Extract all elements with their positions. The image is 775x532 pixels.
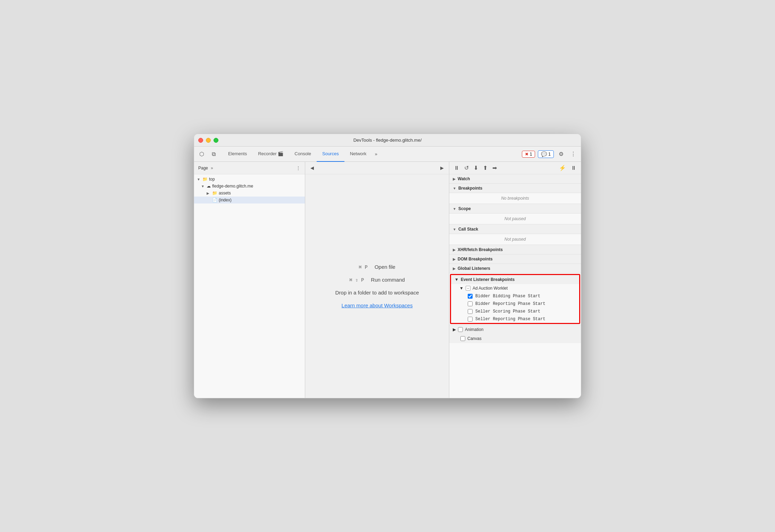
drop-text: Drop in a folder to add to workspace bbox=[335, 290, 419, 296]
run-snippet-icon[interactable]: ▶ bbox=[438, 164, 446, 172]
animation-label: Animation bbox=[465, 327, 483, 332]
error-badge[interactable]: ✖ 1 bbox=[522, 151, 535, 158]
global-listeners-arrow-icon: ▶ bbox=[453, 267, 456, 271]
bidder-bidding-checkbox[interactable] bbox=[468, 294, 473, 299]
ad-auction-arrow-icon: ▼ bbox=[459, 286, 464, 291]
seller-reporting-item: Seller Reporting Phase Start bbox=[451, 315, 579, 323]
animation-section[interactable]: ▶ Animation bbox=[449, 325, 581, 334]
breakpoints-header[interactable]: ▼ Breakpoints bbox=[449, 184, 581, 193]
error-count: 1 bbox=[530, 152, 532, 157]
ad-auction-label: Ad Auction Worklet bbox=[473, 286, 508, 291]
ad-auction-subheader[interactable]: ▼ − Ad Auction Worklet bbox=[451, 284, 579, 292]
error-icon: ✖ bbox=[525, 152, 528, 157]
main-content: Page » ⋮ ▼ 📁 top ▼ ☁ fledge-demo.glitch.… bbox=[194, 162, 581, 398]
tab-sources[interactable]: Sources bbox=[317, 147, 344, 162]
titlebar: DevTools - fledge-demo.glitch.me/ bbox=[194, 134, 581, 147]
panel-menu-button[interactable]: ⋮ bbox=[294, 165, 302, 172]
seller-scoring-item: Seller Scoring Phase Start bbox=[451, 308, 579, 315]
xhr-fetch-header[interactable]: ▶ XHR/fetch Breakpoints bbox=[449, 245, 581, 255]
arrow-icon: ▶ bbox=[207, 191, 211, 195]
seller-scoring-label: Seller Scoring Phase Start bbox=[475, 309, 540, 314]
shortcut-open-file: ⌘ P Open file bbox=[359, 264, 395, 270]
xhr-fetch-arrow-icon: ▶ bbox=[453, 248, 456, 252]
scope-label: Scope bbox=[458, 206, 471, 211]
scope-header[interactable]: ▼ Scope bbox=[449, 204, 581, 214]
workspace-link[interactable]: Learn more about Workspaces bbox=[342, 302, 413, 308]
minimize-button[interactable] bbox=[206, 138, 211, 143]
page-tab[interactable]: Page bbox=[197, 165, 209, 171]
folder-icon: 📁 bbox=[202, 177, 208, 182]
device-toolbar-icon[interactable]: ⧉ bbox=[209, 149, 218, 159]
event-listener-arrow-icon: ▼ bbox=[455, 277, 459, 282]
bidder-reporting-checkbox[interactable] bbox=[468, 301, 473, 306]
shortcut-run-command: ⌘ ⇧ P Run command bbox=[349, 277, 405, 283]
folder-icon: 📁 bbox=[212, 191, 217, 196]
scope-body: Not paused bbox=[449, 214, 581, 224]
middle-panel: ◀ ▶ ⌘ P Open file ⌘ ⇧ P Run command Drop… bbox=[305, 162, 449, 398]
breakpoints-arrow-icon: ▼ bbox=[453, 186, 456, 190]
call-stack-label: Call Stack bbox=[458, 227, 478, 232]
seller-scoring-checkbox[interactable] bbox=[468, 309, 473, 314]
breakpoints-body: No breakpoints bbox=[449, 193, 581, 204]
tree-label: top bbox=[209, 177, 215, 182]
watch-section-header[interactable]: ▶ Watch bbox=[449, 174, 581, 184]
pause-button[interactable]: ⏸ bbox=[452, 164, 461, 172]
call-stack-arrow-icon: ▼ bbox=[453, 227, 456, 231]
tab-recorder[interactable]: Recorder 🎬 bbox=[252, 147, 289, 162]
call-stack-header[interactable]: ▼ Call Stack bbox=[449, 225, 581, 234]
seller-reporting-checkbox[interactable] bbox=[468, 317, 473, 322]
left-panel: Page » ⋮ ▼ 📁 top ▼ ☁ fledge-demo.glitch.… bbox=[194, 162, 305, 398]
right-panel: ⏸ ↺ ⬇ ⬆ ➡ ⚡ ⏸ ▶ Watch ▼ Bre bbox=[449, 162, 581, 398]
shortcut-key-open: ⌘ P bbox=[359, 264, 367, 270]
tree-label: (index) bbox=[219, 198, 232, 202]
animation-checkbox[interactable] bbox=[458, 327, 463, 332]
fullscreen-button[interactable] bbox=[214, 138, 218, 143]
tree-item-top[interactable]: ▼ 📁 top bbox=[194, 176, 305, 183]
step-over-button[interactable]: ↺ bbox=[462, 164, 470, 172]
tree-item-domain[interactable]: ▼ ☁ fledge-demo.glitch.me bbox=[194, 183, 305, 190]
tree-label: assets bbox=[219, 191, 231, 196]
customize-button[interactable]: ⋮ bbox=[568, 149, 578, 159]
devtools-window: DevTools - fledge-demo.glitch.me/ ⬡ ⧉ El… bbox=[194, 134, 581, 398]
tab-network[interactable]: Network bbox=[344, 147, 372, 162]
toggle-sidebar-icon[interactable]: ◀ bbox=[308, 164, 316, 172]
event-listener-header[interactable]: ▼ Event Listener Breakpoints bbox=[451, 275, 579, 284]
scope-section: ▼ Scope Not paused bbox=[449, 204, 581, 225]
tab-console[interactable]: Console bbox=[289, 147, 317, 162]
shortcut-key-run: ⌘ ⇧ P bbox=[349, 277, 364, 283]
bidder-reporting-item: Bidder Reporting Phase Start bbox=[451, 300, 579, 308]
watch-label: Watch bbox=[458, 176, 470, 181]
shortcut-label-open: Open file bbox=[375, 264, 395, 270]
event-listener-section: ▼ Event Listener Breakpoints ▼ − Ad Auct… bbox=[450, 274, 580, 324]
dom-breakpoints-label: DOM Breakpoints bbox=[458, 257, 493, 261]
step-out-button[interactable]: ⬆ bbox=[481, 164, 489, 172]
arrow-icon: ▼ bbox=[197, 177, 201, 181]
settings-button[interactable]: ⚙ bbox=[557, 149, 566, 159]
panel-tab-more[interactable]: » bbox=[211, 166, 213, 171]
breakpoints-label: Breakpoints bbox=[458, 186, 482, 191]
call-stack-body: Not paused bbox=[449, 234, 581, 245]
more-tabs-button[interactable]: » bbox=[372, 151, 380, 157]
debug-toolbar: ⏸ ↺ ⬇ ⬆ ➡ ⚡ ⏸ bbox=[449, 162, 581, 174]
tree-item-assets[interactable]: ▶ 📁 assets bbox=[194, 190, 305, 197]
traffic-lights bbox=[198, 138, 218, 143]
global-listeners-label: Global Listeners bbox=[458, 266, 490, 271]
tab-elements[interactable]: Elements bbox=[223, 147, 252, 162]
bidder-bidding-label: Bidder Bidding Phase Start bbox=[475, 294, 540, 299]
canvas-checkbox[interactable] bbox=[460, 336, 465, 341]
deactivate-breakpoints-button[interactable]: ⚡ bbox=[557, 164, 568, 172]
tree-item-index[interactable]: 📄 (index) bbox=[194, 197, 305, 203]
file-tree: ▼ 📁 top ▼ ☁ fledge-demo.glitch.me ▶ 📁 as… bbox=[194, 174, 305, 398]
seller-reporting-label: Seller Reporting Phase Start bbox=[475, 317, 545, 322]
stop-button[interactable]: ⏸ bbox=[569, 164, 578, 172]
right-content: ▶ Watch ▼ Breakpoints No breakpoints ▼ S… bbox=[449, 174, 581, 398]
canvas-section[interactable]: Canvas bbox=[449, 334, 581, 343]
cursor-icon[interactable]: ⬡ bbox=[197, 149, 207, 159]
close-button[interactable] bbox=[198, 138, 203, 143]
info-badge[interactable]: 💬 1 bbox=[538, 150, 554, 158]
dom-breakpoints-header[interactable]: ▶ DOM Breakpoints bbox=[449, 255, 581, 264]
step-into-button[interactable]: ⬇ bbox=[472, 164, 480, 172]
global-listeners-header[interactable]: ▶ Global Listeners bbox=[449, 264, 581, 273]
ad-auction-minus-icon: − bbox=[466, 286, 470, 291]
step-button[interactable]: ➡ bbox=[491, 164, 499, 172]
